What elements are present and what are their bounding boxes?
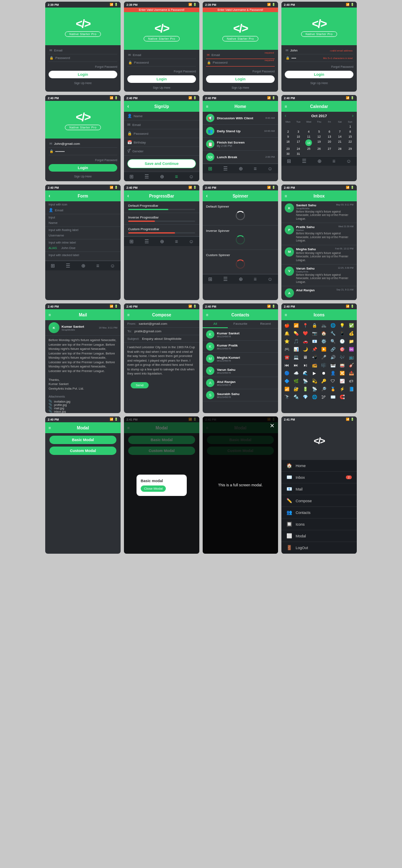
- signup-link-2[interactable]: Sign Up Here: [124, 85, 199, 92]
- cal-day-15[interactable]: 15: [345, 134, 355, 139]
- tab-add-icon-home[interactable]: ⊕: [239, 166, 243, 172]
- cal-day-24[interactable]: 24: [294, 146, 304, 151]
- contacts-tab-favourite[interactable]: Favourite: [228, 320, 253, 328]
- contact-item-2[interactable]: K Kumar Pratik 9812345678: [203, 341, 278, 353]
- menu-icon-cal[interactable]: ≡: [285, 104, 287, 109]
- tab-person-icon-pb[interactable]: ☺: [189, 239, 194, 244]
- password-field-1[interactable]: 🔒 Password: [49, 54, 117, 62]
- forgot-password-3[interactable]: Forgot Password: [203, 68, 278, 74]
- tab-menu-icon-pb[interactable]: ≡: [175, 239, 178, 244]
- signup-gender-field[interactable]: ⚥ Gender: [124, 147, 199, 156]
- cal-day-13[interactable]: 13: [325, 134, 335, 139]
- email-field-1[interactable]: ✉ Email: [49, 47, 117, 54]
- cal-day-7[interactable]: 7: [335, 129, 345, 134]
- tab-home-icon[interactable]: ⊞: [129, 174, 134, 180]
- tab-person-icon[interactable]: ☺: [189, 174, 194, 180]
- signup-link-1[interactable]: Sign Up Here: [45, 80, 121, 87]
- password-field-4[interactable]: 🔒 •••• Min 5+1 characters in total: [285, 54, 353, 62]
- login-button-3[interactable]: Login: [206, 75, 275, 83]
- menu-icon-modal1[interactable]: ≡: [49, 426, 51, 430]
- signup-link-pl[interactable]: Sign Up Here: [45, 173, 121, 180]
- home-item-2[interactable]: 👥 Daily Stand Up 10:00 AM: [203, 125, 278, 138]
- menu-icon-mail[interactable]: ≡: [49, 313, 51, 317]
- form-input-alias[interactable]: ALIAS John Doe: [45, 244, 121, 252]
- compose-subject-field[interactable]: Subject: Enquiry about StrapMobile: [124, 335, 199, 343]
- tab-add-icon[interactable]: ⊕: [160, 174, 164, 180]
- cal-day-8[interactable]: 8: [345, 129, 355, 134]
- tab-list-icon-pb[interactable]: ☰: [144, 239, 149, 244]
- cal-day-29[interactable]: 29: [345, 146, 355, 151]
- profile-password-field[interactable]: 🔒 ••••••••: [49, 148, 117, 155]
- custom-modal-button-1[interactable]: Custom Modal: [49, 447, 116, 455]
- menu-icon-contacts[interactable]: ≡: [206, 313, 209, 317]
- home-item-3[interactable]: 📋 Finish list Screen By 2:00 PM: [203, 138, 278, 151]
- tab-person-icon-form[interactable]: ☺: [110, 263, 115, 269]
- cal-day-17[interactable]: 17: [294, 139, 304, 146]
- menu-icon-compose[interactable]: ≡: [127, 313, 130, 317]
- back-arrow-form[interactable]: ‹: [49, 193, 50, 199]
- tab-menu-icon-sp[interactable]: ≡: [254, 276, 257, 282]
- form-input-name[interactable]: Name: [45, 219, 121, 227]
- sidebar-item-compose[interactable]: ✏️ Compose: [281, 495, 357, 507]
- tab-add-icon-sp[interactable]: ⊕: [239, 276, 243, 282]
- profile-email-field[interactable]: ✉ John@gmail.com: [49, 140, 117, 148]
- compose-to-field[interactable]: To: pratik@gmail.com: [124, 328, 199, 335]
- cal-day-3[interactable]: 3: [294, 129, 304, 134]
- cal-day-5[interactable]: 5: [314, 129, 324, 134]
- sidebar-item-logout[interactable]: 🚪 LogOut: [281, 542, 357, 554]
- back-arrow-sp[interactable]: ‹: [206, 193, 208, 199]
- back-arrow-su[interactable]: ‹: [127, 103, 129, 109]
- home-item-1[interactable]: 📢 Discussion With Client 8:00 AM: [203, 112, 278, 125]
- login-button-4[interactable]: Login: [285, 71, 353, 78]
- cal-day-16[interactable]: 16: [283, 139, 293, 146]
- cal-day-9[interactable]: 9: [283, 134, 293, 139]
- tab-list-icon-home[interactable]: ☰: [223, 166, 228, 172]
- cal-day-26[interactable]: 26: [314, 146, 324, 151]
- inbox-item-4[interactable]: V Varun Sahu 12:25, 3:39 PM GeekyAnts Be…: [281, 265, 357, 286]
- contact-item-6[interactable]: S Saurabh Sahu 9812345678: [203, 389, 278, 401]
- signup-password-field[interactable]: 🔒 Password: [124, 129, 199, 138]
- cal-day-6[interactable]: 6: [325, 129, 335, 134]
- cal-day-10[interactable]: 10: [294, 134, 304, 139]
- tab-menu-icon-cal[interactable]: ≡: [332, 158, 335, 164]
- back-arrow-pb[interactable]: ‹: [127, 193, 129, 199]
- tab-person-icon-home[interactable]: ☺: [268, 166, 273, 172]
- sidebar-item-contacts[interactable]: 👥 Contacts: [281, 507, 357, 519]
- forgot-password-1[interactable]: Forgot Password: [45, 64, 121, 69]
- tab-add-icon-cal[interactable]: ⊕: [317, 158, 322, 164]
- signup-link-3[interactable]: Sign Up Here: [203, 85, 278, 92]
- cal-day-2[interactable]: 2: [283, 129, 293, 134]
- contacts-tab-recent[interactable]: Recent: [253, 320, 278, 328]
- contact-item-3[interactable]: M Megha Kumari 9812345678: [203, 353, 278, 365]
- tab-list-icon[interactable]: ☰: [144, 174, 149, 180]
- forgot-password-2[interactable]: Forgot Password: [124, 68, 199, 74]
- sidebar-item-modal[interactable]: ⬜ Modal: [281, 530, 357, 542]
- login-button-1[interactable]: Login: [49, 71, 117, 78]
- forgot-password-4[interactable]: Forgot Password: [281, 64, 357, 69]
- next-month-button[interactable]: ›: [352, 113, 353, 118]
- cal-day-19[interactable]: 19: [314, 139, 324, 146]
- tab-list-icon-form[interactable]: ☰: [66, 263, 70, 269]
- modal-close-x[interactable]: ✕: [270, 422, 275, 429]
- inbox-item-2[interactable]: P Pratik Sahu Wed 21:30 AM Market Before…: [281, 223, 357, 245]
- password-field-2[interactable]: 🔒 Password: [127, 59, 196, 67]
- cal-day-23[interactable]: 23: [283, 146, 293, 151]
- cal-day-18-today[interactable]: 18: [305, 139, 312, 146]
- tab-list-icon-cal[interactable]: ☰: [302, 158, 307, 164]
- login-button-2[interactable]: Login: [127, 75, 196, 83]
- signup-email-field[interactable]: ✉ Email: [124, 121, 199, 129]
- inbox-item-3[interactable]: M Megha Sahu Feb 09, 12:12 PM Before Mon…: [281, 245, 357, 265]
- tab-person-icon-sp[interactable]: ☺: [268, 276, 273, 282]
- signup-link-4[interactable]: Sign Up Here: [281, 80, 357, 87]
- cal-day-21[interactable]: 21: [335, 139, 345, 146]
- prev-month-button[interactable]: ‹: [285, 113, 286, 118]
- tab-home-icon-home[interactable]: ⊞: [208, 166, 212, 172]
- cal-day-20[interactable]: 20: [325, 139, 335, 146]
- sidebar-item-mail[interactable]: 📧 Mail: [281, 483, 357, 495]
- password-field-3[interactable]: 🔒 Password required: [206, 59, 275, 67]
- tab-list-icon-sp[interactable]: ☰: [223, 276, 228, 282]
- cal-day-27[interactable]: 27: [325, 146, 335, 151]
- compose-from-field[interactable]: From: sanket@gmail.com: [124, 320, 199, 328]
- cal-day-12[interactable]: 12: [314, 134, 324, 139]
- compose-body[interactable]: I watched Leicester City lose in the 196…: [124, 343, 199, 379]
